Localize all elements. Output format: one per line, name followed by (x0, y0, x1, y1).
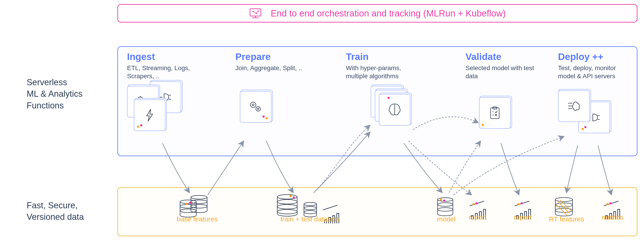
checklist-icon (487, 105, 503, 121)
stage-deploy-desc: Test, deploy, monitor model & API server… (558, 64, 635, 80)
stage-train-blocks (371, 86, 430, 136)
stage-prepare-title: Prepare (235, 51, 310, 62)
data-train-test: train + test datasets (276, 194, 348, 221)
svg-point-40 (277, 205, 297, 209)
stage-ingest: Ingest ETL, Streaming, Logs, Scrapers, .… (127, 51, 213, 136)
label-model: model (437, 215, 456, 223)
svg-rect-0 (250, 9, 261, 16)
stage-ingest-title: Ingest (127, 51, 213, 62)
cube-gears-single (240, 91, 272, 123)
svg-point-35 (180, 200, 196, 204)
orchestration-title: End to end orchestration and tracking (M… (271, 8, 506, 18)
orchestration-box: End to end orchestration and tracking (M… (117, 4, 638, 22)
brain-lines-icon (566, 98, 582, 114)
lightning-icon (142, 107, 158, 123)
stage-validate-desc: Selected model with test data (466, 64, 542, 80)
side-label-data-text: Fast, Secure, Versioned data (27, 200, 84, 223)
svg-point-37 (180, 209, 196, 213)
data-box: base features train + te (117, 187, 638, 236)
svg-point-17 (250, 102, 256, 108)
svg-point-19 (256, 107, 260, 111)
svg-point-39 (277, 200, 297, 204)
cube-brain (379, 94, 410, 126)
stage-validate-title: Validate (466, 51, 544, 62)
stage-train: Train With hyper-params, multiple algori… (346, 51, 430, 136)
data-base-features: base features (170, 194, 220, 221)
svg-point-43 (304, 207, 316, 210)
data-report1: report (466, 194, 490, 219)
label-base-features: base features (177, 215, 218, 223)
label-train-test: train + test datasets (280, 215, 340, 223)
stage-deploy-title: Deploy ++ (558, 51, 637, 62)
svg-point-20 (258, 108, 259, 110)
label-rt-features: RT features (549, 215, 584, 223)
data-rt-features: RT features (549, 194, 583, 221)
stage-deploy-blocks (558, 86, 637, 136)
stage-deploy: Deploy ++ Test, deploy, monitor model & … (558, 51, 637, 136)
stage-prepare-blocks (235, 78, 310, 127)
monitor-pipeline-icon (249, 8, 262, 19)
side-label-functions-text: Serverless ML & Analytics Functions (27, 77, 82, 111)
svg-point-46 (438, 203, 453, 206)
gears-icon (248, 99, 264, 115)
svg-point-32 (191, 196, 207, 199)
cube-lightning (134, 99, 166, 131)
stage-validate: Validate Selected model with test data (466, 51, 544, 136)
label-report2: report (514, 214, 532, 221)
stage-train-title: Train (346, 51, 430, 62)
label-metrics: metrics (602, 214, 624, 221)
stage-prepare: Prepare Join, Aggregate, Split, .. (235, 51, 310, 127)
svg-point-44 (304, 211, 316, 214)
side-label-data: Fast, Secure, Versioned data (27, 200, 84, 223)
functions-box: Ingest ETL, Streaming, Logs, Scrapers, .… (117, 46, 638, 156)
stage-train-desc: With hyper-params, multiple algorithms (346, 64, 423, 80)
data-metrics: metrics (599, 194, 626, 219)
svg-point-41 (277, 210, 297, 214)
brain-icon (386, 101, 403, 118)
stage-ingest-desc: ETL, Streaming, Logs, Scrapers, .. (127, 64, 204, 80)
svg-point-47 (438, 208, 453, 211)
svg-point-48 (555, 198, 572, 202)
stage-ingest-blocks (127, 86, 213, 136)
side-label-functions: Serverless ML & Analytics Functions (27, 77, 82, 111)
label-report1: report (469, 214, 486, 221)
stage-validate-blocks (466, 86, 544, 136)
cube-checklist (479, 97, 511, 129)
cube-brain-lines (558, 90, 590, 122)
stage-prepare-desc: Join, Aggregate, Split, .. (235, 64, 310, 72)
svg-point-42 (304, 203, 316, 206)
svg-point-18 (252, 104, 254, 106)
svg-point-36 (180, 205, 196, 208)
data-report2: report (511, 194, 536, 219)
data-model: model (434, 194, 459, 221)
